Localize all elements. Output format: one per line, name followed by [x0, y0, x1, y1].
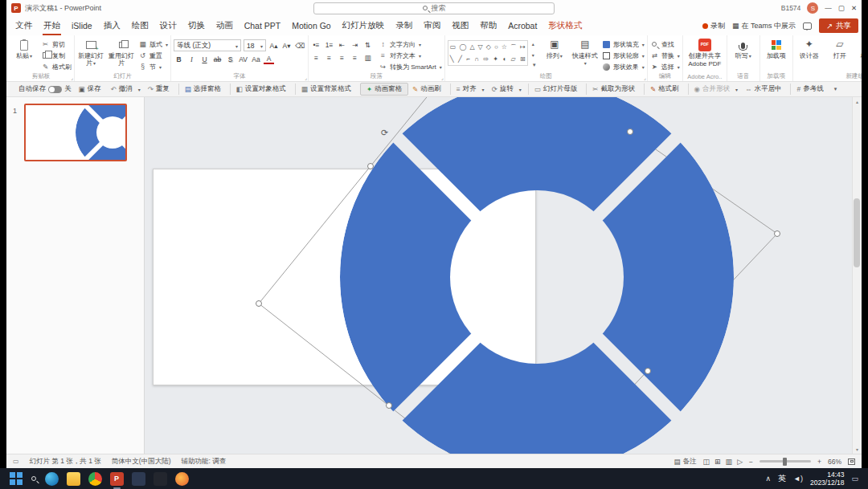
- record-button[interactable]: 录制: [702, 21, 725, 31]
- slide-canvas[interactable]: ⟳: [145, 97, 862, 454]
- selection-handle[interactable]: [368, 164, 374, 169]
- ribbon-tab[interactable]: 文件: [10, 16, 38, 35]
- ribbon-tab[interactable]: 视图: [446, 16, 474, 35]
- character-spacing-button[interactable]: AV: [238, 54, 248, 64]
- shape-option[interactable]: ○: [494, 43, 498, 52]
- vertical-scrollbar[interactable]: [852, 97, 862, 454]
- qat-button[interactable]: ⇔ 水平居中: [742, 84, 788, 95]
- qat-button[interactable]: ✎ 格式刷: [644, 84, 685, 95]
- shape-option[interactable]: ▱: [511, 55, 516, 63]
- reset-button[interactable]: 重置: [138, 51, 168, 60]
- italic-button[interactable]: I: [186, 54, 197, 64]
- shape-option[interactable]: ▽: [478, 43, 483, 52]
- taskbar-app-icon[interactable]: [154, 472, 167, 486]
- ribbon-tab[interactable]: 设计: [154, 16, 182, 35]
- font-size-select[interactable]: 18: [244, 39, 266, 51]
- shape-outline-button[interactable]: 形状轮廓: [602, 51, 645, 60]
- taskbar-app-icon[interactable]: [88, 472, 102, 486]
- view-button[interactable]: [714, 458, 721, 466]
- qat-button[interactable]: # 参考线: [790, 84, 829, 95]
- zoom-in-button[interactable]: [817, 458, 821, 466]
- qat-button[interactable]: ◧ 设置对象格式: [230, 84, 292, 95]
- present-in-teams-button[interactable]: 在 Teams 中展示: [732, 21, 796, 31]
- zoom-slider-knob[interactable]: [783, 458, 787, 466]
- scrollbar-thumb[interactable]: [854, 198, 860, 267]
- qat-button[interactable]: 自动保存 关: [13, 84, 75, 95]
- font-color-button[interactable]: A: [264, 54, 274, 64]
- smartart-button[interactable]: 转换为 SmartArt: [379, 62, 442, 71]
- qat-button[interactable]: ▤ 选择窗格: [178, 84, 227, 95]
- notification-icon[interactable]: [851, 475, 858, 483]
- zoom-out-button[interactable]: [749, 458, 753, 466]
- taskbar-search-icon[interactable]: [31, 476, 36, 481]
- shapes-more-button[interactable]: [532, 63, 537, 67]
- shape-option[interactable]: ✦: [493, 55, 498, 63]
- shapes-scroll-up-button[interactable]: [532, 41, 537, 47]
- scroll-up-icon[interactable]: [856, 99, 858, 104]
- clear-formatting-button[interactable]: [294, 40, 305, 51]
- find-button[interactable]: 查找: [650, 39, 680, 49]
- bold-button[interactable]: B: [174, 54, 184, 64]
- tray-expand-icon[interactable]: [765, 475, 771, 483]
- columns-button[interactable]: [362, 52, 373, 63]
- view-button[interactable]: [726, 458, 733, 466]
- shapes-scroll-down-button[interactable]: [532, 52, 537, 58]
- zoom-level[interactable]: 66%: [828, 458, 841, 466]
- custom-group-button[interactable]: 设计器: [796, 37, 823, 71]
- dialog-launcher-icon[interactable]: [71, 75, 73, 80]
- ribbon-tab[interactable]: 形状格式: [542, 16, 588, 35]
- shape-fill-button[interactable]: 形状填充: [602, 39, 645, 49]
- shape-option[interactable]: ◯: [459, 43, 466, 52]
- replace-button[interactable]: 替换: [650, 51, 680, 60]
- selection-handle[interactable]: [387, 403, 392, 409]
- text-direction-button[interactable]: 文字方向: [379, 39, 442, 49]
- maximize-button[interactable]: [838, 4, 845, 12]
- minimize-button[interactable]: [825, 4, 832, 12]
- shape-option[interactable]: ↦: [520, 43, 526, 52]
- qat-button[interactable]: ◉ 合并形状: [688, 84, 741, 95]
- share-button[interactable]: 共享: [819, 18, 858, 33]
- dialog-launcher-icon[interactable]: [644, 75, 646, 80]
- shape-option[interactable]: ⌒: [510, 43, 517, 52]
- start-button[interactable]: [10, 472, 23, 485]
- qat-button[interactable]: ≡ 对齐: [450, 84, 488, 95]
- format-painter-button[interactable]: 格式刷: [41, 62, 72, 71]
- qat-overflow-button[interactable]: [834, 86, 837, 92]
- shape-option[interactable]: ◇: [486, 43, 491, 52]
- ribbon-tab[interactable]: 插入: [98, 16, 126, 35]
- align-text-button[interactable]: 对齐文本: [379, 51, 442, 60]
- ribbon-tab[interactable]: 帮助: [474, 16, 502, 35]
- bullets-button[interactable]: [311, 39, 321, 50]
- shape-effects-button[interactable]: 形状效果: [602, 62, 645, 71]
- cut-button[interactable]: 剪切: [41, 39, 72, 49]
- taskbar-app-icon[interactable]: [45, 472, 59, 486]
- strikethrough-button[interactable]: ab: [212, 54, 223, 64]
- rotate-handle-icon[interactable]: ⟳: [381, 128, 388, 137]
- reuse-slides-button[interactable]: 重用幻灯片: [108, 37, 135, 71]
- taskbar-app-icon[interactable]: [132, 472, 145, 486]
- taskbar-app-icon[interactable]: [175, 472, 189, 486]
- slide-thumbnail[interactable]: [24, 104, 127, 161]
- language-indicator[interactable]: 简体中文(中国大陆): [112, 457, 171, 467]
- ribbon-tab[interactable]: 开始: [38, 16, 66, 35]
- qat-button[interactable]: ▦ 设置背景格式: [295, 84, 357, 95]
- zoom-slider[interactable]: [760, 460, 811, 463]
- shape-option[interactable]: ⌐: [466, 55, 470, 63]
- numbering-button[interactable]: [324, 39, 334, 50]
- shape-option[interactable]: ◐: [502, 55, 506, 63]
- qat-button[interactable]: ⟳ 旋转: [489, 84, 525, 95]
- notes-button[interactable]: 备注: [674, 457, 697, 467]
- scroll-down-icon[interactable]: [856, 446, 858, 452]
- selection-handle[interactable]: [628, 129, 633, 135]
- qat-button[interactable]: ✦ 动画窗格: [360, 83, 408, 96]
- select-button[interactable]: 选择: [650, 62, 680, 71]
- ribbon-tab[interactable]: Acrobat: [502, 16, 542, 35]
- ribbon-tab[interactable]: 切换: [182, 16, 211, 35]
- close-button[interactable]: [851, 4, 857, 12]
- increase-indent-button[interactable]: [350, 39, 360, 50]
- ribbon-tab[interactable]: Chat PPT: [239, 16, 287, 35]
- ribbon-tab[interactable]: 审阅: [418, 16, 446, 35]
- avatar[interactable]: S: [807, 2, 818, 14]
- custom-group-button[interactable]: 格式刷: [857, 37, 862, 71]
- line-spacing-button[interactable]: [362, 39, 373, 50]
